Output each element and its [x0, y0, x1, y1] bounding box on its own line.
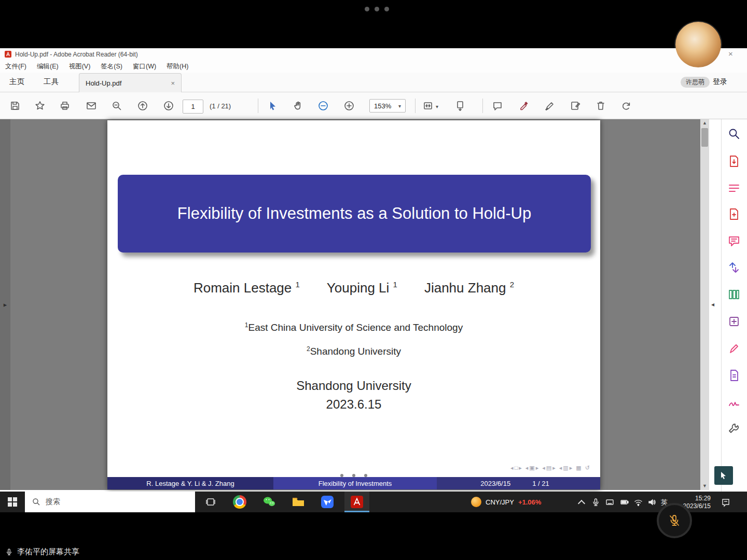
email-icon[interactable] [86, 100, 97, 111]
comment-tool-icon[interactable] [727, 234, 741, 248]
scroll-mode-icon[interactable] [454, 100, 466, 111]
touch-keyboard-icon[interactable] [605, 498, 614, 509]
action-center-icon[interactable] [721, 498, 730, 509]
volume-icon[interactable] [647, 498, 656, 509]
request-signature-icon[interactable] [727, 396, 741, 409]
windows-logo-icon [8, 497, 17, 507]
tab-document-label: Hold-Up.pdf [86, 79, 121, 87]
combine-files-icon[interactable] [727, 261, 741, 274]
find-tools-icon[interactable] [727, 127, 741, 141]
share-label: 李佑平的屏幕共享 [17, 547, 79, 557]
dot-icon [365, 7, 369, 11]
mic-tray-icon[interactable] [591, 498, 600, 509]
zoom-out-icon[interactable] [317, 100, 329, 111]
slide-date: 2023.6.15 [107, 397, 600, 412]
organize-pages-icon[interactable] [727, 288, 741, 301]
menu-edit[interactable]: 编辑(E) [32, 62, 64, 71]
slide-footer: R. Lestage & Y. Li & J. Zhang Flexibilit… [107, 477, 600, 489]
tab-home[interactable]: 主页 [9, 77, 24, 87]
footer-date-page: 2023/6/15 1 / 21 [437, 477, 600, 489]
page-count-label: (1 / 21) [210, 102, 231, 110]
print-icon[interactable] [59, 100, 71, 111]
slide-title-box: Flexibility of Investments as a Solution… [118, 175, 591, 253]
tool-launcher-button[interactable] [714, 466, 733, 485]
beamer-nav-icons[interactable]: ◂□▸ ◂▣▸ ◂▤▸ ◂▥▸ ▦ ↺ [107, 465, 600, 471]
sign-pen-icon[interactable] [544, 100, 555, 111]
wechat-icon[interactable] [261, 494, 278, 510]
file-explorer-icon[interactable] [290, 494, 307, 510]
stock-pair: CNY/JPY [486, 498, 514, 506]
search-placeholder: 搜索 [46, 497, 60, 507]
menu-view[interactable]: 视图(V) [64, 62, 96, 71]
tab-tools[interactable]: 工具 [44, 77, 59, 87]
screen-share-status: 李佑平的屏幕共享 [0, 543, 747, 560]
edit-pdf-icon[interactable] [727, 181, 741, 195]
user-name-badge: 许思萌 [681, 77, 710, 88]
login-link[interactable]: 登录 [713, 77, 727, 87]
webcam-avatar[interactable] [675, 22, 721, 67]
meeting-mute-button[interactable] [657, 503, 692, 538]
footer-authors: R. Lestage & Y. Li & J. Zhang [107, 477, 273, 489]
acrobat-taskbar-icon[interactable] [349, 494, 365, 510]
select-tool-icon[interactable] [267, 100, 278, 111]
taskbar-search[interactable]: 搜索 [25, 492, 195, 512]
zoom-level-value: 153% [374, 102, 391, 110]
protect-pdf-icon[interactable] [727, 369, 741, 382]
more-tools-icon[interactable] [727, 422, 741, 436]
stamp-tool-icon[interactable] [570, 100, 581, 111]
menu-file[interactable]: 文件(F) [0, 62, 32, 71]
mic-icon [5, 548, 13, 556]
zoom-in-icon[interactable] [343, 100, 355, 111]
battery-icon[interactable] [620, 498, 629, 509]
redo-icon[interactable] [620, 100, 632, 111]
menu-window[interactable]: 窗口(W) [128, 62, 161, 71]
pdf-page[interactable]: Flexibility of Investments as a Solution… [107, 120, 600, 489]
dot-icon [384, 7, 389, 11]
scroll-up-icon[interactable]: ▲ [700, 119, 709, 127]
scrollbar-thumb[interactable] [701, 128, 708, 147]
chevron-down-icon[interactable]: ▾ [436, 104, 438, 109]
start-button[interactable] [0, 492, 25, 512]
next-page-icon[interactable] [163, 100, 174, 111]
trash-icon[interactable] [595, 100, 606, 111]
tab-document[interactable]: Hold-Up.pdf × [79, 73, 182, 92]
search-zoom-icon[interactable] [111, 100, 122, 111]
chrome-icon[interactable] [231, 494, 248, 510]
hand-tool-icon[interactable] [293, 100, 304, 111]
wifi-icon[interactable] [634, 498, 643, 509]
menu-sign[interactable]: 签名(S) [95, 62, 128, 71]
menu-help[interactable]: 帮助(H) [161, 62, 193, 71]
feishu-icon[interactable] [319, 494, 336, 510]
comment-icon[interactable] [492, 100, 503, 111]
export-pdf-icon[interactable] [727, 155, 741, 168]
vertical-scrollbar[interactable]: ▲ ▼ [700, 119, 709, 490]
star-icon[interactable] [34, 100, 46, 111]
stock-change: +1.06% [518, 498, 541, 506]
panel-collapse-icon[interactable]: ◂ [711, 301, 714, 308]
author-1: Romain Lestage 1 [193, 280, 300, 296]
save-icon[interactable] [9, 100, 21, 111]
highlighter-icon[interactable] [518, 100, 529, 111]
fit-page-icon[interactable] [422, 100, 434, 111]
title-bar[interactable]: Hold-Up.pdf - Adobe Acrobat Reader (64-b… [0, 48, 747, 60]
close-window-button[interactable]: × [728, 49, 733, 58]
task-view-button[interactable] [202, 494, 219, 510]
fill-sign-icon[interactable] [727, 342, 741, 356]
left-panel-strip[interactable]: ▸ [0, 119, 10, 490]
zoom-level-select[interactable]: 153% ▾ [369, 99, 406, 113]
scroll-down-icon[interactable]: ▼ [700, 482, 709, 490]
footer-title: Flexibility of Investments [273, 477, 437, 489]
create-pdf-icon[interactable] [727, 207, 741, 221]
compress-pdf-icon[interactable] [727, 315, 741, 328]
tab-close-icon[interactable]: × [171, 79, 175, 87]
taskbar-stock-widget[interactable]: CNY/JPY +1.06% [471, 492, 541, 512]
panel-expand-icon[interactable]: ▸ [4, 301, 7, 309]
cursor-icon [719, 471, 728, 480]
coin-icon [471, 497, 481, 507]
menu-bar: 文件(F) 编辑(E) 视图(V) 签名(S) 窗口(W) 帮助(H) [0, 60, 747, 73]
page-number-input[interactable]: 1 [183, 100, 203, 114]
meeting-controls-handle[interactable] [362, 4, 392, 13]
chevron-down-icon: ▾ [398, 103, 401, 109]
previous-page-icon[interactable] [137, 100, 148, 111]
clock-time: 15:29 [672, 495, 711, 502]
